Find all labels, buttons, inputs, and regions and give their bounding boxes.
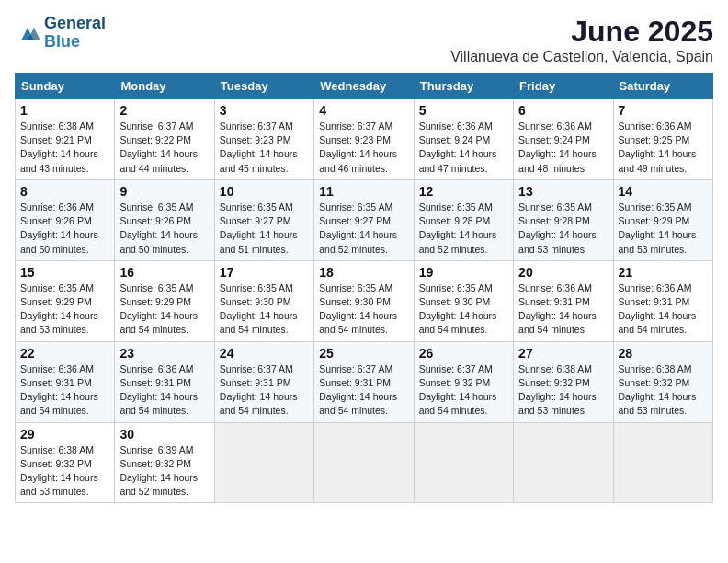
table-row: 29 Sunrise: 6:38 AMSunset: 9:32 PMDaylig… xyxy=(16,422,115,503)
day-detail: Sunrise: 6:36 AMSunset: 9:31 PMDaylight:… xyxy=(20,363,98,417)
day-number: 12 xyxy=(419,184,508,199)
table-row: 19 Sunrise: 6:35 AMSunset: 9:30 PMDaylig… xyxy=(414,260,513,341)
day-detail: Sunrise: 6:37 AMSunset: 9:31 PMDaylight:… xyxy=(319,363,397,417)
title-block: June 2025 Villanueva de Castellon, Valen… xyxy=(450,15,713,65)
day-detail: Sunrise: 6:38 AMSunset: 9:32 PMDaylight:… xyxy=(619,363,697,417)
day-detail: Sunrise: 6:36 AMSunset: 9:25 PMDaylight:… xyxy=(619,121,697,174)
day-number: 26 xyxy=(419,346,508,361)
table-row: 1 Sunrise: 6:38 AMSunset: 9:21 PMDayligh… xyxy=(16,99,115,180)
day-detail: Sunrise: 6:35 AMSunset: 9:26 PMDaylight:… xyxy=(119,201,198,255)
table-row: 23 Sunrise: 6:36 AMSunset: 9:31 PMDaylig… xyxy=(115,341,214,422)
day-detail: Sunrise: 6:37 AMSunset: 9:22 PMDaylight:… xyxy=(119,121,198,174)
table-row: 22 Sunrise: 6:36 AMSunset: 9:31 PMDaylig… xyxy=(16,341,115,422)
day-detail: Sunrise: 6:39 AMSunset: 9:32 PMDaylight:… xyxy=(119,444,198,498)
table-row: 8 Sunrise: 6:36 AMSunset: 9:26 PMDayligh… xyxy=(16,179,115,260)
table-row xyxy=(414,422,513,503)
table-row: 3 Sunrise: 6:37 AMSunset: 9:23 PMDayligh… xyxy=(214,99,313,180)
table-row: 26 Sunrise: 6:37 AMSunset: 9:32 PMDaylig… xyxy=(414,341,513,422)
calendar-week-5: 29 Sunrise: 6:38 AMSunset: 9:32 PMDaylig… xyxy=(16,422,713,503)
day-detail: Sunrise: 6:36 AMSunset: 9:24 PMDaylight:… xyxy=(419,121,497,174)
table-row: 27 Sunrise: 6:38 AMSunset: 9:32 PMDaylig… xyxy=(514,341,613,422)
calendar-subtitle: Villanueva de Castellon, Valencia, Spain xyxy=(450,49,713,65)
day-detail: Sunrise: 6:35 AMSunset: 9:29 PMDaylight:… xyxy=(619,201,697,255)
day-number: 4 xyxy=(319,103,408,118)
day-number: 19 xyxy=(419,265,508,280)
day-number: 2 xyxy=(119,103,209,118)
day-number: 14 xyxy=(619,184,708,199)
table-row: 30 Sunrise: 6:39 AMSunset: 9:32 PMDaylig… xyxy=(115,422,214,503)
day-detail: Sunrise: 6:35 AMSunset: 9:28 PMDaylight:… xyxy=(518,201,597,255)
table-row: 9 Sunrise: 6:35 AMSunset: 9:26 PMDayligh… xyxy=(115,179,214,260)
day-number: 7 xyxy=(619,103,708,118)
day-number: 6 xyxy=(518,103,608,118)
table-row: 13 Sunrise: 6:35 AMSunset: 9:28 PMDaylig… xyxy=(514,179,613,260)
header-friday: Friday xyxy=(514,74,613,99)
day-number: 10 xyxy=(220,184,309,199)
calendar-week-3: 15 Sunrise: 6:35 AMSunset: 9:29 PMDaylig… xyxy=(16,260,713,341)
table-row xyxy=(214,422,313,503)
day-detail: Sunrise: 6:36 AMSunset: 9:31 PMDaylight:… xyxy=(619,282,697,336)
day-detail: Sunrise: 6:35 AMSunset: 9:30 PMDaylight:… xyxy=(220,282,298,336)
logo-icon xyxy=(15,21,40,47)
table-row: 14 Sunrise: 6:35 AMSunset: 9:29 PMDaylig… xyxy=(613,179,712,260)
day-number: 25 xyxy=(319,346,408,361)
table-row: 18 Sunrise: 6:35 AMSunset: 9:30 PMDaylig… xyxy=(314,260,414,341)
table-row xyxy=(314,422,414,503)
day-detail: Sunrise: 6:35 AMSunset: 9:27 PMDaylight:… xyxy=(319,201,397,255)
day-detail: Sunrise: 6:36 AMSunset: 9:31 PMDaylight:… xyxy=(518,282,597,336)
table-row: 16 Sunrise: 6:35 AMSunset: 9:29 PMDaylig… xyxy=(115,260,214,341)
table-row: 5 Sunrise: 6:36 AMSunset: 9:24 PMDayligh… xyxy=(414,99,513,180)
day-number: 1 xyxy=(20,103,109,118)
day-number: 21 xyxy=(619,265,708,280)
page-header: General Blue June 2025 Villanueva de Cas… xyxy=(15,15,713,65)
day-detail: Sunrise: 6:37 AMSunset: 9:23 PMDaylight:… xyxy=(220,121,298,174)
calendar-week-1: 1 Sunrise: 6:38 AMSunset: 9:21 PMDayligh… xyxy=(16,99,713,180)
day-detail: Sunrise: 6:37 AMSunset: 9:23 PMDaylight:… xyxy=(319,121,397,174)
day-detail: Sunrise: 6:36 AMSunset: 9:31 PMDaylight:… xyxy=(119,363,198,417)
header-row: Sunday Monday Tuesday Wednesday Thursday… xyxy=(16,74,713,99)
calendar-week-2: 8 Sunrise: 6:36 AMSunset: 9:26 PMDayligh… xyxy=(16,179,713,260)
table-row: 11 Sunrise: 6:35 AMSunset: 9:27 PMDaylig… xyxy=(314,179,414,260)
logo-text: General Blue xyxy=(44,15,106,52)
table-row: 25 Sunrise: 6:37 AMSunset: 9:31 PMDaylig… xyxy=(314,341,414,422)
calendar-title: June 2025 xyxy=(450,15,713,49)
header-wednesday: Wednesday xyxy=(314,74,414,99)
header-tuesday: Tuesday xyxy=(214,74,313,99)
day-detail: Sunrise: 6:35 AMSunset: 9:29 PMDaylight:… xyxy=(20,282,98,336)
table-row: 4 Sunrise: 6:37 AMSunset: 9:23 PMDayligh… xyxy=(314,99,414,180)
table-row: 28 Sunrise: 6:38 AMSunset: 9:32 PMDaylig… xyxy=(613,341,712,422)
header-monday: Monday xyxy=(115,74,214,99)
day-number: 5 xyxy=(419,103,508,118)
day-number: 27 xyxy=(518,346,608,361)
table-row xyxy=(514,422,613,503)
header-saturday: Saturday xyxy=(613,74,712,99)
day-number: 22 xyxy=(20,346,109,361)
day-number: 15 xyxy=(20,265,109,280)
calendar-week-4: 22 Sunrise: 6:36 AMSunset: 9:31 PMDaylig… xyxy=(16,341,713,422)
day-detail: Sunrise: 6:35 AMSunset: 9:30 PMDaylight:… xyxy=(419,282,497,336)
header-sunday: Sunday xyxy=(16,74,115,99)
day-detail: Sunrise: 6:35 AMSunset: 9:30 PMDaylight:… xyxy=(319,282,397,336)
table-row: 17 Sunrise: 6:35 AMSunset: 9:30 PMDaylig… xyxy=(214,260,313,341)
day-number: 16 xyxy=(119,265,209,280)
day-number: 8 xyxy=(20,184,109,199)
table-row: 21 Sunrise: 6:36 AMSunset: 9:31 PMDaylig… xyxy=(613,260,712,341)
table-row: 20 Sunrise: 6:36 AMSunset: 9:31 PMDaylig… xyxy=(514,260,613,341)
logo: General Blue xyxy=(15,15,106,52)
day-number: 3 xyxy=(220,103,309,118)
day-number: 20 xyxy=(518,265,608,280)
day-number: 11 xyxy=(319,184,408,199)
day-number: 9 xyxy=(119,184,209,199)
day-detail: Sunrise: 6:36 AMSunset: 9:26 PMDaylight:… xyxy=(20,201,98,255)
table-row: 7 Sunrise: 6:36 AMSunset: 9:25 PMDayligh… xyxy=(613,99,712,180)
day-detail: Sunrise: 6:37 AMSunset: 9:31 PMDaylight:… xyxy=(220,363,298,417)
day-detail: Sunrise: 6:35 AMSunset: 9:29 PMDaylight:… xyxy=(119,282,198,336)
day-detail: Sunrise: 6:37 AMSunset: 9:32 PMDaylight:… xyxy=(419,363,497,417)
day-detail: Sunrise: 6:38 AMSunset: 9:32 PMDaylight:… xyxy=(20,444,98,498)
day-number: 18 xyxy=(319,265,408,280)
table-row: 24 Sunrise: 6:37 AMSunset: 9:31 PMDaylig… xyxy=(214,341,313,422)
day-detail: Sunrise: 6:38 AMSunset: 9:21 PMDaylight:… xyxy=(20,121,98,174)
day-number: 17 xyxy=(220,265,309,280)
table-row: 15 Sunrise: 6:35 AMSunset: 9:29 PMDaylig… xyxy=(16,260,115,341)
day-number: 13 xyxy=(518,184,608,199)
